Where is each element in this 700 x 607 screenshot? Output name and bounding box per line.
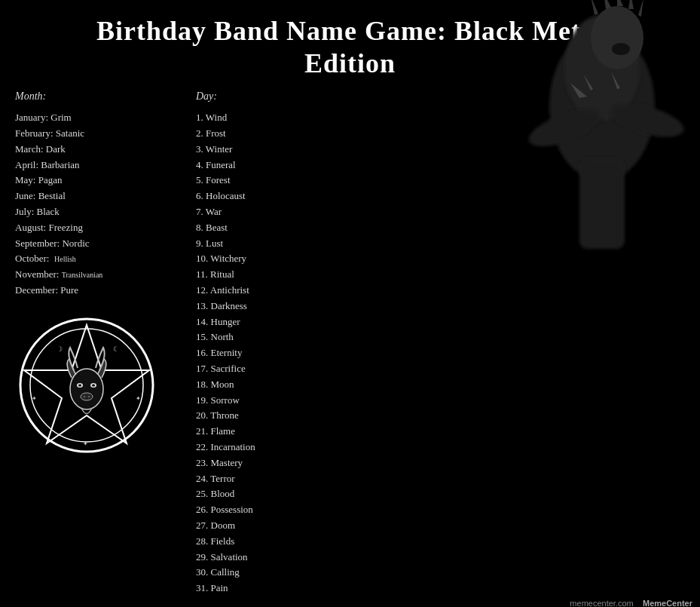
month-item: January: Grim bbox=[15, 110, 188, 126]
months-column: Month: January: GrimFebruary: SatanicMar… bbox=[15, 90, 188, 596]
figure-decoration bbox=[466, 0, 692, 294]
day-item: 27. Doom bbox=[196, 518, 354, 534]
svg-text:✦: ✦ bbox=[136, 395, 141, 402]
day-item: 7. War bbox=[196, 204, 354, 220]
svg-text:☾: ☾ bbox=[113, 345, 119, 353]
day-item: 21. Flame bbox=[196, 424, 354, 440]
svg-text:☽: ☽ bbox=[57, 345, 63, 353]
svg-marker-6 bbox=[617, 0, 623, 6]
month-item: March: Dark bbox=[15, 142, 188, 158]
month-item: May: Pagan bbox=[15, 173, 188, 189]
watermark: memecenter.com MemeCenter bbox=[570, 599, 692, 607]
day-item: 23. Mastery bbox=[196, 455, 354, 471]
svg-marker-7 bbox=[628, 0, 634, 9]
day-item: 6. Holocaust bbox=[196, 189, 354, 204]
svg-point-26 bbox=[88, 395, 90, 397]
pentagram-icon: ☽ ☾ ✦ ✦ ✦ bbox=[15, 314, 158, 457]
day-item: 16. Eternity bbox=[196, 345, 354, 361]
pentagram-area: ☽ ☾ ✦ ✦ ✦ bbox=[15, 314, 158, 457]
month-item: September: Nordic bbox=[15, 236, 188, 252]
svg-text:✦: ✦ bbox=[83, 440, 88, 447]
day-item: 18. Moon bbox=[196, 377, 354, 393]
watermark-url: memecenter.com bbox=[570, 599, 633, 607]
svg-rect-14 bbox=[579, 158, 625, 249]
day-item: 15. North bbox=[196, 330, 354, 345]
month-item: August: Freezing bbox=[15, 220, 188, 236]
svg-point-25 bbox=[84, 395, 86, 397]
svg-point-24 bbox=[81, 393, 93, 400]
day-item: 31. Pain bbox=[196, 581, 354, 596]
day-item: 22. Incarnation bbox=[196, 440, 354, 455]
svg-marker-8 bbox=[638, 0, 643, 17]
month-label: Month: bbox=[15, 90, 188, 103]
day-item: 29. Salvation bbox=[196, 550, 354, 566]
days-column: Day: 1. Wind2. Frost3. Winter4. Funeral5… bbox=[188, 90, 354, 596]
day-item: 10. Witchery bbox=[196, 251, 354, 267]
day-item: 25. Blood bbox=[196, 486, 354, 502]
svg-marker-4 bbox=[591, 0, 598, 15]
day-item: 26. Possession bbox=[196, 502, 354, 518]
month-item: April: Barbarian bbox=[15, 158, 188, 173]
day-item: 1. Wind bbox=[196, 110, 354, 126]
day-item: 3. Winter bbox=[196, 142, 354, 158]
months-list: January: GrimFebruary: SatanicMarch: Dar… bbox=[15, 110, 188, 299]
days-list: 1. Wind2. Frost3. Winter4. Funeral5. For… bbox=[196, 110, 354, 596]
day-label: Day: bbox=[196, 90, 354, 103]
day-item: 4. Funeral bbox=[196, 158, 354, 173]
day-item: 9. Lust bbox=[196, 236, 354, 252]
svg-marker-5 bbox=[604, 0, 611, 9]
day-item: 14. Hunger bbox=[196, 314, 354, 330]
day-item: 12. Antichrist bbox=[196, 283, 354, 299]
day-item: 13. Darkness bbox=[196, 299, 354, 314]
month-item: February: Satanic bbox=[15, 126, 188, 142]
month-item: October: Hellish bbox=[15, 251, 188, 267]
svg-point-22 bbox=[78, 384, 81, 386]
month-item: June: Bestial bbox=[15, 189, 188, 204]
day-item: 30. Calling bbox=[196, 565, 354, 581]
svg-point-3 bbox=[612, 43, 630, 55]
svg-point-2 bbox=[591, 6, 643, 69]
month-item: November: Transilvanian bbox=[15, 267, 188, 283]
day-item: 28. Fields bbox=[196, 534, 354, 550]
month-item: December: Pure bbox=[15, 283, 188, 299]
day-item: 8. Beast bbox=[196, 220, 354, 236]
watermark-logo: MemeCenter bbox=[643, 599, 692, 607]
day-item: 20. Throne bbox=[196, 408, 354, 424]
svg-text:✦: ✦ bbox=[32, 395, 37, 402]
day-item: 19. Sorrow bbox=[196, 393, 354, 409]
day-item: 2. Frost bbox=[196, 126, 354, 142]
svg-point-19 bbox=[70, 369, 103, 409]
month-item: July: Black bbox=[15, 204, 188, 220]
day-item: 11. Ritual bbox=[196, 267, 354, 283]
day-item: 17. Sacrifice bbox=[196, 361, 354, 377]
svg-point-23 bbox=[92, 384, 95, 386]
day-item: 24. Terror bbox=[196, 471, 354, 487]
day-item: 5. Forest bbox=[196, 173, 354, 189]
page-wrapper: Birthday Band Name Game: Black Metal Edi… bbox=[0, 0, 700, 607]
